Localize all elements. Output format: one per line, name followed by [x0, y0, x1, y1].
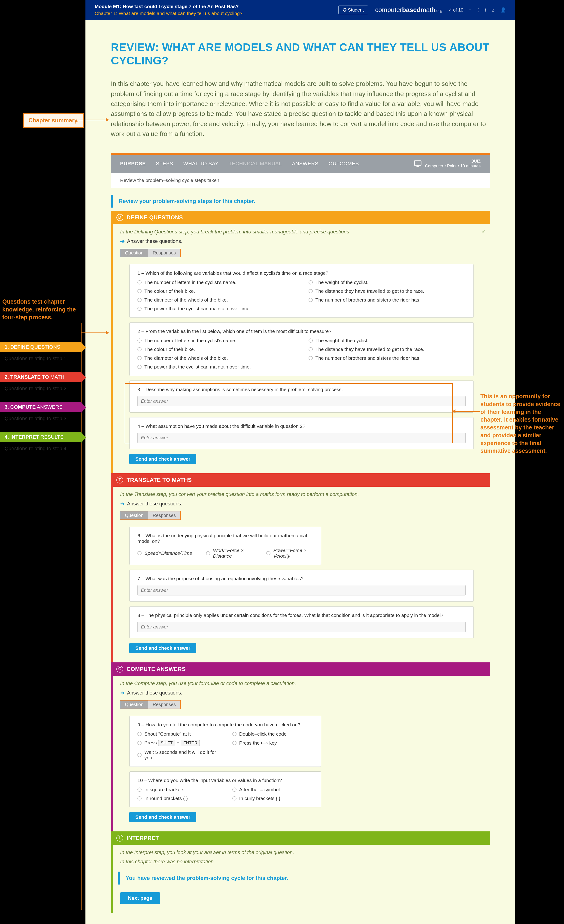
question-6: 6 – What is the underlying physical prin… [129, 526, 321, 565]
option[interactable]: Shout "Compute" at it [137, 731, 219, 737]
radio-icon[interactable] [137, 289, 142, 293]
list-icon[interactable]: ≡ [469, 8, 472, 13]
send-button-translate[interactable]: Send and check answer [129, 643, 196, 653]
annotation-right: This is an opportunity for students to p… [480, 393, 561, 455]
chapter-summary: In this chapter you have learned how and… [111, 79, 490, 139]
tab-responses[interactable]: Responses [148, 249, 180, 257]
chevron-define: 1. DEFINE QUESTIONS [0, 342, 81, 352]
option[interactable]: After the := symbol [232, 787, 314, 792]
option[interactable]: Double–click the code [232, 731, 314, 737]
tab-technical-manual[interactable]: TECHNICAL MANUAL [229, 161, 282, 167]
option[interactable]: The power that the cyclist can maintain … [137, 306, 295, 312]
radio-icon[interactable] [137, 365, 142, 369]
radio-icon[interactable] [206, 551, 210, 555]
tab-what-to-say[interactable]: WHAT TO SAY [183, 161, 219, 167]
radio-icon[interactable] [309, 347, 313, 351]
radio-icon[interactable] [137, 741, 142, 745]
option[interactable]: The weight of the cyclist. [309, 338, 466, 344]
radio-icon[interactable] [309, 289, 313, 293]
chevron-interpret: 4. INTERPRET RESULTS [0, 432, 81, 442]
next-page-button[interactable]: Next page [120, 892, 160, 904]
radio-icon[interactable] [232, 741, 237, 745]
radio-icon[interactable] [137, 551, 142, 555]
option[interactable]: The number of letters in the cyclist's n… [137, 280, 295, 285]
answer-input-q8[interactable] [137, 622, 466, 632]
option[interactable]: Power=Force × Velocity [266, 548, 313, 559]
option[interactable]: In square brackets [ ] [137, 787, 219, 792]
arrow-icon: ➜ [120, 690, 125, 696]
option[interactable]: Press SHIFT + ENTER [137, 740, 219, 746]
arrow-icon: ➜ [120, 238, 125, 244]
tab-responses[interactable]: Responses [148, 700, 180, 709]
radio-icon[interactable] [137, 356, 142, 360]
tab-steps[interactable]: STEPS [156, 161, 173, 167]
radio-icon[interactable] [232, 796, 237, 801]
section-define-header: D DEFINE QUESTIONS [111, 211, 490, 224]
user-icon[interactable]: 👤 [500, 7, 506, 13]
question-10: 10 – Where do you write the input variab… [129, 771, 321, 807]
quiz-badge: QUIZComputer • Pairs • 10 minutes [414, 159, 481, 169]
option[interactable]: The weight of the cyclist. [309, 280, 466, 285]
tab-question[interactable]: Question [120, 700, 148, 709]
option[interactable]: Wait 5 seconds and it will do it for you… [137, 750, 219, 760]
radio-icon[interactable] [266, 551, 270, 555]
radio-icon[interactable] [309, 339, 313, 343]
radio-icon[interactable] [137, 280, 142, 285]
radio-icon[interactable] [137, 796, 142, 801]
radio-icon[interactable] [137, 788, 142, 792]
option[interactable]: In curly brackets { } [232, 796, 314, 801]
annotation-left: Questions test chapter knowledge, reinfo… [2, 298, 86, 321]
option[interactable]: The power that the cyclist can maintain … [137, 364, 295, 370]
annotation-arrow [78, 120, 108, 120]
tab-question[interactable]: Question [120, 249, 148, 257]
chevron-compute-sub: Questions relating to step 3. [4, 416, 86, 422]
option[interactable]: The number of brothers and sisters the r… [309, 297, 466, 303]
radio-icon[interactable] [309, 280, 313, 285]
radio-icon[interactable] [309, 298, 313, 302]
radio-icon[interactable] [137, 753, 142, 757]
annotation-arrow [453, 411, 480, 412]
question-8: 8 – The physical principle only applies … [129, 606, 474, 638]
radio-icon[interactable] [137, 347, 142, 351]
radio-icon[interactable] [232, 788, 237, 792]
option[interactable]: The diameter of the wheels of the bike. [137, 297, 295, 303]
section-translate-body: In the Translate step, you convert your … [111, 487, 490, 662]
option[interactable]: The distance they have travelled to get … [309, 288, 466, 294]
tab-answers[interactable]: ANSWERS [292, 161, 318, 167]
nav-prev-icon[interactable]: ⟨ [477, 7, 479, 13]
tab-outcomes[interactable]: OUTCOMES [328, 161, 359, 167]
option[interactable]: The colour of their bike. [137, 346, 295, 352]
chevron-interpret-sub: Questions relating to step 4. [4, 446, 86, 452]
radio-icon[interactable] [137, 339, 142, 343]
radio-icon[interactable] [137, 732, 142, 736]
send-button-define[interactable]: Send and check answer [129, 454, 196, 464]
option[interactable]: The diameter of the wheels of the bike. [137, 356, 295, 361]
student-button[interactable]: ✪ Student [338, 6, 368, 14]
nav-next-icon[interactable]: ⟩ [484, 7, 486, 13]
option[interactable]: The number of letters in the cyclist's n… [137, 338, 295, 344]
annotation-arrow [81, 333, 108, 333]
compute-icon: C [116, 666, 123, 673]
option[interactable]: The distance they have travelled to get … [309, 346, 466, 352]
radio-icon[interactable] [232, 732, 237, 736]
option[interactable]: Work=Force × Distance [206, 548, 252, 559]
expand-icon[interactable]: ⤢ [482, 228, 486, 234]
option[interactable]: In round brackets ( ) [137, 796, 219, 801]
option[interactable]: Speed=Distance/Time [137, 548, 192, 559]
review-strip: Review your problem-solving steps for th… [111, 195, 490, 208]
home-icon[interactable]: ⌂ [492, 8, 495, 13]
tab-question[interactable]: Question [120, 512, 148, 519]
radio-icon[interactable] [137, 307, 142, 311]
answer-input-q7[interactable] [137, 585, 466, 596]
translate-icon: T [116, 477, 123, 483]
option[interactable]: Press the ⟼ key [232, 740, 314, 746]
question-7: 7 – What was the purpose of choosing an … [129, 570, 474, 602]
option[interactable]: The number of brothers and sisters the r… [309, 356, 466, 361]
radio-icon[interactable] [137, 298, 142, 302]
option[interactable]: The colour of their bike. [137, 288, 295, 294]
annotation-highlight-box [125, 383, 453, 443]
send-button-compute[interactable]: Send and check answer [129, 812, 196, 822]
tab-purpose[interactable]: PURPOSE [120, 161, 146, 167]
tab-responses[interactable]: Responses [148, 512, 180, 519]
radio-icon[interactable] [309, 356, 313, 360]
